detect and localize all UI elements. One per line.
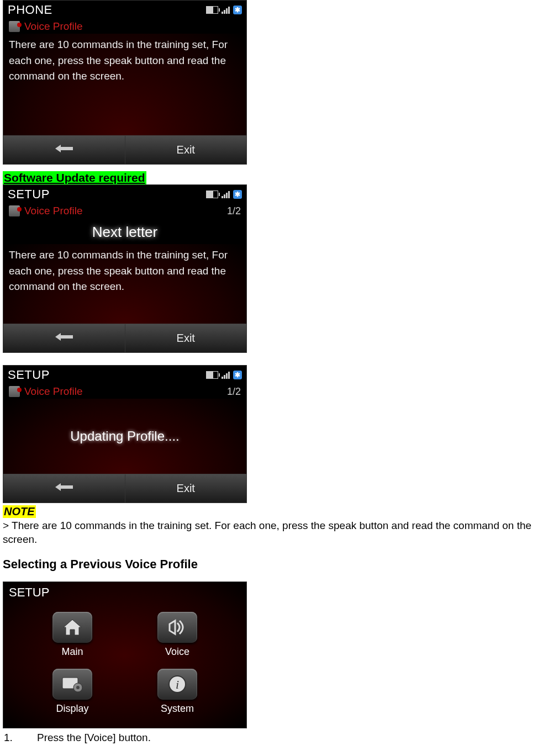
voice-profile-icon (9, 21, 20, 32)
back-arrow-icon (54, 332, 74, 342)
page-counter: 1/2 (227, 386, 241, 398)
voice-profile-label: Voice Profile (24, 20, 83, 33)
bluetooth-icon: ✱ (233, 6, 242, 14)
setup-item-label: Main (61, 646, 83, 658)
voice-profile-label: Voice Profile (24, 205, 83, 217)
screen-body: Updating Profile.... (3, 399, 246, 474)
exit-button[interactable]: Exit (125, 474, 247, 503)
back-arrow-icon (54, 482, 74, 492)
voice-icon (157, 612, 197, 643)
bluetooth-icon: ✱ (233, 190, 242, 199)
sub-header: Voice Profile 1/2 (3, 203, 246, 218)
note-body: > There are 10 commands in the training … (3, 519, 556, 546)
note-label: NOTE (3, 505, 36, 518)
bluetooth-icon: ✱ (233, 371, 242, 379)
section-heading: Selecting a Previous Voice Profile (3, 557, 556, 572)
status-icons: ✱ (206, 6, 242, 14)
setup-item-system[interactable]: i System (136, 669, 219, 715)
setup-item-display[interactable]: Display (31, 669, 114, 715)
setup-item-main[interactable]: Main (31, 612, 114, 658)
battery-icon (206, 6, 218, 14)
status-bar: SETUP ✱ (3, 185, 246, 203)
sub-header: Voice Profile 1/2 (3, 383, 246, 399)
svg-point-2 (76, 686, 80, 689)
status-bar: SETUP ✱ (3, 366, 246, 383)
signal-icon (222, 191, 230, 198)
voice-profile-icon (9, 205, 20, 216)
screen-title: SETUP (8, 187, 50, 202)
back-arrow-icon (54, 144, 74, 154)
info-icon: i (157, 669, 197, 700)
step-text: Press the [Voice] button. (37, 732, 151, 743)
status-bar: PHONE ✱ (3, 1, 246, 18)
battery-icon (206, 191, 218, 198)
command-text: Next letter (3, 218, 246, 244)
setup-updating-screen: SETUP ✱ Voice Profile 1/2 Updating Profi… (3, 365, 247, 503)
battery-icon (206, 371, 218, 379)
button-bar: Exit (3, 474, 246, 503)
button-bar: Exit (3, 135, 246, 164)
instruction-text: There are 10 commands in the training se… (3, 34, 246, 135)
status-icons: ✱ (206, 371, 242, 379)
phone-voice-profile-screen: PHONE ✱ Voice Profile There are 10 comma… (3, 0, 247, 165)
status-icons: ✱ (206, 190, 242, 199)
setup-item-label: System (161, 703, 194, 715)
setup-item-label: Display (56, 703, 88, 715)
setup-item-voice[interactable]: Voice (136, 612, 219, 658)
updating-text: Updating Profile.... (3, 399, 246, 474)
button-bar: Exit (3, 324, 246, 352)
exit-button[interactable]: Exit (125, 136, 247, 164)
screen-title: SETUP (8, 368, 50, 382)
svg-text:i: i (176, 678, 179, 691)
voice-profile-label: Voice Profile (24, 385, 83, 398)
setup-menu-screen: SETUP Main Voice Display (3, 581, 247, 728)
setup-item-label: Voice (165, 646, 189, 658)
instruction-text: There are 10 commands in the training se… (3, 244, 246, 324)
step-1: 1.Press the [Voice] button. (3, 731, 556, 744)
software-update-heading: Software Update required (3, 171, 146, 184)
setup-next-letter-screen: SETUP ✱ Voice Profile 1/2 Next letter Th… (3, 184, 247, 353)
back-button[interactable] (3, 474, 125, 503)
screen-title: PHONE (8, 3, 52, 17)
page-counter: 1/2 (227, 205, 241, 217)
signal-icon (222, 371, 230, 379)
step-number: 1. (4, 732, 37, 744)
exit-button[interactable]: Exit (125, 324, 247, 352)
display-icon (52, 669, 92, 700)
home-icon (52, 612, 92, 643)
back-button[interactable] (3, 324, 125, 352)
signal-icon (222, 6, 230, 14)
screen-title: SETUP (3, 582, 246, 601)
sub-header: Voice Profile (3, 18, 246, 34)
back-button[interactable] (3, 136, 125, 164)
voice-profile-icon (9, 386, 20, 397)
